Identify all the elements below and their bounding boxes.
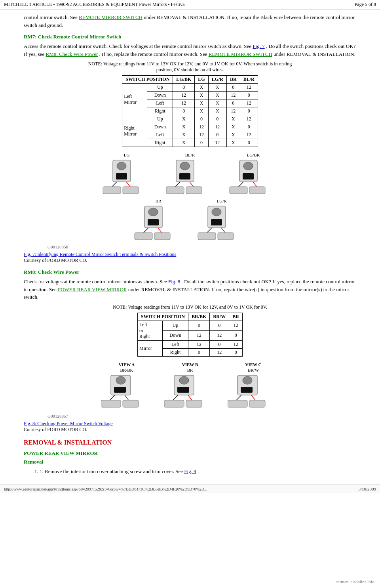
fig8-gcode: G00128857 — [48, 414, 356, 418]
diagram-lgr: LG/R — [196, 199, 247, 241]
col-br: BR — [227, 76, 240, 84]
svg-rect-5 — [103, 187, 121, 194]
col2-br: BR — [229, 313, 243, 321]
col-lgr: LG/R — [208, 76, 226, 84]
svg-rect-30 — [211, 219, 222, 225]
removal-step-1: 1. Remove the interior trim cover attach… — [40, 468, 356, 475]
rm8-link[interactable]: RM8: Check Wire Power — [46, 51, 98, 57]
fig7-inline-link[interactable]: Fig. 7 — [253, 43, 264, 49]
svg-rect-55 — [249, 400, 265, 407]
meter-diagram-view-c — [228, 373, 279, 409]
diagram-view-b: VIEW B BR — [164, 362, 216, 410]
diagrams-row-3: VIEW A BR/BK VIEW B BR — [24, 362, 356, 410]
table-row: LeftMirror Up 0 X X 0 12 — [122, 84, 258, 92]
fig8-inline-link[interactable]: Fig. 8 — [168, 279, 180, 284]
diagram-lg: LG — [101, 153, 152, 195]
svg-rect-20 — [249, 187, 265, 194]
svg-rect-6 — [123, 187, 139, 194]
svg-rect-37 — [114, 387, 126, 393]
fig8-courtesy: Courtesy of FORD MOTOR CO. — [24, 427, 87, 432]
svg-point-8 — [180, 162, 190, 170]
col2-brw: BR/W — [210, 313, 229, 321]
svg-rect-13 — [186, 187, 202, 194]
svg-rect-51 — [241, 387, 253, 393]
svg-point-43 — [179, 376, 189, 384]
power-rear-view-mirror-heading: POWER REAR VIEW MIRROR — [24, 450, 356, 456]
intro-paragraph: control mirror switch. See REMOTE MIRROR… — [24, 13, 356, 29]
svg-rect-16 — [243, 173, 254, 179]
col-switch-position: SWITCH POSITION — [122, 76, 173, 84]
svg-rect-44 — [177, 387, 189, 393]
svg-point-15 — [243, 162, 253, 170]
svg-rect-2 — [116, 173, 127, 179]
page-number: Page 5 of 8 — [355, 2, 376, 8]
remote-mirror-switch-link2[interactable]: REMOTE MIRROR SWITCH — [209, 51, 272, 57]
meter-diagram-view-a — [101, 373, 152, 409]
col-lg: LG — [195, 76, 208, 84]
table-row: Mirror Left 12 0 12 — [137, 340, 242, 348]
col2-brbk: BR/BK — [188, 313, 210, 321]
footer-date: 3/10/2009 — [358, 487, 376, 491]
svg-rect-27 — [154, 233, 170, 240]
meter-diagram-lg — [101, 158, 152, 194]
meter-diagram-blr — [164, 158, 216, 194]
header-title: MITCHELL 1 ARTICLE - 1990-92 ACCESSORIES… — [4, 2, 184, 8]
svg-point-22 — [148, 208, 158, 216]
diagram-blr: BL/R — [164, 153, 216, 195]
right-mirror-label: RightMirror — [122, 115, 147, 147]
remote-mirror-switch-link1[interactable]: REMOTE MIRROR SWITCH — [79, 14, 142, 20]
rm7-heading: RM7: Check Remote Control Mirror Switch — [24, 34, 356, 40]
fig9-link[interactable]: Fig. 9 — [184, 468, 196, 474]
col-blr: BL/R — [240, 76, 258, 84]
svg-point-36 — [116, 376, 125, 384]
svg-rect-41 — [123, 400, 139, 407]
svg-rect-34 — [218, 233, 234, 240]
meter-diagram-br — [133, 204, 184, 240]
removal-steps: 1. Remove the interior trim cover attach… — [40, 468, 356, 475]
removal-label: Removal — [24, 459, 356, 465]
diagrams-row-1: LG BL/R — [24, 153, 356, 195]
meter-diagram-lgbk — [228, 158, 279, 194]
fig7-gcode: G00128856 — [48, 244, 356, 249]
svg-rect-23 — [148, 219, 159, 225]
left-mirror-label: LeftMirror — [122, 84, 147, 115]
meter-diagram-view-b — [164, 373, 216, 409]
svg-rect-12 — [166, 187, 184, 194]
table-row: RightMirror Up X 0 0 X 12 — [122, 115, 258, 123]
voltage-table-2: SWITCH POSITION BR/BK BR/W BR LeftorRigh… — [137, 313, 243, 357]
removal-install-heading: REMOVAL & INSTALLATION — [24, 439, 356, 446]
svg-rect-9 — [179, 173, 190, 179]
note2: NOTE: Voltage readings from 11V to 13V O… — [24, 304, 356, 310]
fig7-link[interactable]: Fig. 7: Identifying Remote Control Mirro… — [24, 252, 176, 257]
svg-point-29 — [212, 208, 221, 216]
svg-rect-26 — [135, 233, 152, 240]
fig7-courtesy: Courtesy of FORD MOTOR CO. — [24, 258, 87, 263]
fig7-caption: Fig. 7: Identifying Remote Control Mirro… — [24, 252, 356, 263]
diagram-br: BR — [133, 199, 184, 241]
svg-rect-48 — [186, 400, 202, 407]
voltage-table-1: SWITCH POSITION LG/BK LG LG/R BR BL/R Le… — [122, 75, 258, 147]
svg-rect-54 — [228, 400, 247, 407]
table-row: LeftorRight Up 0 0 12 — [137, 321, 242, 330]
main-content: control mirror switch. See REMOTE MIRROR… — [0, 10, 380, 481]
svg-rect-33 — [198, 233, 216, 240]
fig8-caption: Fig. 8: Checking Power Mirror Switch Vol… — [24, 421, 356, 433]
meter-diagram-lgr — [196, 204, 247, 240]
note1: NOTE: Voltage readings from 11V to 13V O… — [24, 61, 356, 73]
page-header: MITCHELL 1 ARTICLE - 1990-92 ACCESSORIES… — [0, 0, 380, 10]
power-rear-view-mirror-link[interactable]: POWER REAR VIEW MIRROR — [58, 286, 127, 292]
svg-point-1 — [117, 162, 126, 170]
diagram-lgbk: LG/BK — [228, 153, 279, 195]
svg-point-50 — [243, 376, 252, 384]
rm8-paragraph: Check for voltages at the remote control… — [24, 278, 356, 301]
svg-rect-40 — [101, 400, 121, 407]
col-lgbk: LG/BK — [173, 76, 195, 84]
diagrams-row-2: BR LG/R — [24, 199, 356, 241]
fig8-link[interactable]: Fig. 8: Checking Power Mirror Switch Vol… — [24, 421, 113, 426]
diagram-view-a: VIEW A BR/BK — [101, 362, 152, 410]
diagram-view-c: VIEW C BR/W — [228, 362, 279, 410]
col2-switch-position: SWITCH POSITION — [137, 313, 188, 321]
svg-rect-47 — [164, 400, 184, 407]
footer-url: http://www.eautorepair.net/app/PrintItem… — [4, 487, 207, 491]
rm7-paragraph: Access the remote control mirror switch.… — [24, 42, 356, 58]
